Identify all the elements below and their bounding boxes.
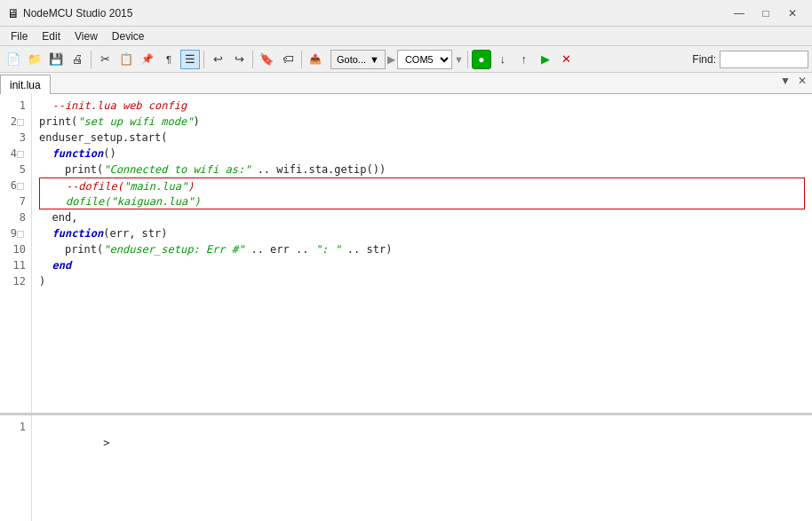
separator-dot: ▶ [387, 53, 395, 66]
line-num-1: 1 [0, 98, 31, 114]
redo-button[interactable]: ↪ [229, 50, 249, 69]
window-controls: — □ ✕ [727, 4, 805, 22]
separator-4 [301, 51, 302, 68]
app-title: NodeMCU Studio 2015 [23, 7, 727, 20]
line-numbers: 123456789101112 [0, 94, 32, 413]
goto-button[interactable]: Goto... ▼ [330, 50, 386, 69]
upload-button[interactable]: ↑ [514, 50, 534, 69]
line-num-10: 10 [0, 241, 31, 257]
code-line-12: ) [39, 273, 805, 289]
breakpoint-square[interactable] [17, 119, 24, 126]
maximize-button[interactable]: □ [753, 4, 778, 22]
menu-edit[interactable]: Edit [35, 28, 68, 44]
code-content[interactable]: --init.lua web configprint("set up wifi … [32, 94, 812, 413]
code-line-2: print("set up wifi mode") [39, 114, 805, 130]
open-button[interactable]: 📁 [25, 50, 44, 69]
download-button[interactable]: ↓ [493, 50, 513, 69]
code-line-3: enduser_setup.start( [39, 130, 805, 146]
active-button[interactable]: ☰ [180, 50, 200, 69]
code-line-1: --init.lua web config [39, 98, 805, 114]
menu-device[interactable]: Device [105, 28, 152, 44]
code-line-10: print("enduser_setup: Err #" .. err .. "… [39, 241, 805, 257]
title-bar: 🖥 NodeMCU Studio 2015 — □ ✕ [0, 0, 812, 27]
line-num-8: 8 [0, 209, 31, 225]
tab-label: init.lua [10, 79, 41, 91]
console-line-num-1: 1 [0, 419, 31, 435]
code-line-5: print("Connected to wifi as:" .. wifi.st… [39, 162, 805, 178]
run-button[interactable]: ▶ [536, 50, 555, 69]
format-button[interactable]: ¶ [159, 50, 179, 69]
bookmark-button[interactable]: 🔖 [257, 50, 276, 69]
port-select[interactable]: COM5 COM1 COM3 [397, 50, 452, 69]
code-line-9: function(err, str) [39, 225, 805, 241]
editor-area: 123456789101112 --init.lua web configpri… [0, 94, 812, 521]
copy-button[interactable]: 📋 [116, 50, 136, 69]
line-num-6: 6 [0, 178, 31, 193]
code-line-4: function() [39, 146, 805, 162]
stop-button[interactable]: ✕ [557, 50, 577, 69]
code-line-6: --dofile("main.lua") [39, 178, 805, 193]
find-label: Find: [692, 53, 716, 66]
line-num-12: 12 [0, 273, 31, 289]
code-line-7: dofile("kaiguan.lua") [39, 193, 805, 209]
code-line-8: end, [39, 209, 805, 225]
tab-bar: init.lua ▼ ✕ [0, 73, 812, 94]
find-input[interactable] [720, 51, 808, 68]
separator-2 [203, 51, 204, 68]
close-button[interactable]: ✕ [780, 4, 805, 22]
separator-5 [467, 51, 468, 68]
code-editor: 123456789101112 --init.lua web configpri… [0, 94, 812, 414]
tab-pin-button[interactable]: ▼ [778, 75, 792, 87]
separator-1 [91, 51, 92, 68]
tab-init-lua[interactable]: init.lua [0, 75, 51, 94]
line-num-5: 5 [0, 162, 31, 178]
comment-span: --init.lua web config [39, 99, 187, 112]
save-button[interactable]: 💾 [46, 50, 66, 69]
main-area: init.lua ▼ ✕ 123456789101112 --init.lua … [0, 73, 812, 521]
separator-3 [252, 51, 253, 68]
upload-small-button[interactable]: 📤 [306, 50, 325, 69]
toolbar: 📄 📁 💾 🖨 ✂ 📋 📌 ¶ ☰ ↩ ↪ 🔖 🏷 📤 Goto... ▼ ▶ … [0, 46, 812, 73]
breakpoint-square[interactable] [17, 231, 24, 238]
tab-close-button[interactable]: ✕ [796, 75, 808, 87]
undo-button[interactable]: ↩ [208, 50, 227, 69]
line-num-7: 7 [0, 193, 31, 209]
minimize-button[interactable]: — [727, 4, 752, 22]
line-num-11: 11 [0, 257, 31, 273]
code-line-11: end [39, 257, 805, 273]
line-num-9: 9 [0, 225, 31, 241]
line-num-3: 3 [0, 130, 31, 146]
line-num-2: 2 [0, 114, 31, 130]
console-prompt-line: > [39, 419, 805, 435]
find-area: Find: [692, 51, 808, 68]
breakpoint-square[interactable] [17, 151, 24, 158]
new-button[interactable]: 📄 [4, 50, 23, 69]
line-num-4: 4 [0, 146, 31, 162]
tab-controls: ▼ ✕ [778, 75, 812, 87]
paste-button[interactable]: 📌 [138, 50, 157, 69]
app-icon: 🖥 [7, 6, 20, 20]
connect-button[interactable]: ● [472, 50, 491, 69]
print-button[interactable]: 🖨 [68, 50, 87, 69]
menu-file[interactable]: File [4, 28, 35, 44]
bookmark-next-button[interactable]: 🏷 [278, 50, 298, 69]
console-content[interactable]: > [32, 415, 812, 521]
breakpoint-square[interactable] [17, 183, 24, 190]
menu-bar: File Edit View Device [0, 27, 812, 46]
menu-view[interactable]: View [68, 28, 105, 44]
console-line-numbers: 1 [0, 415, 32, 521]
console-area: 1 > [0, 414, 812, 521]
cut-button[interactable]: ✂ [95, 50, 115, 69]
goto-combo: Goto... ▼ ▶ COM5 COM1 COM3 ▼ [330, 50, 464, 69]
